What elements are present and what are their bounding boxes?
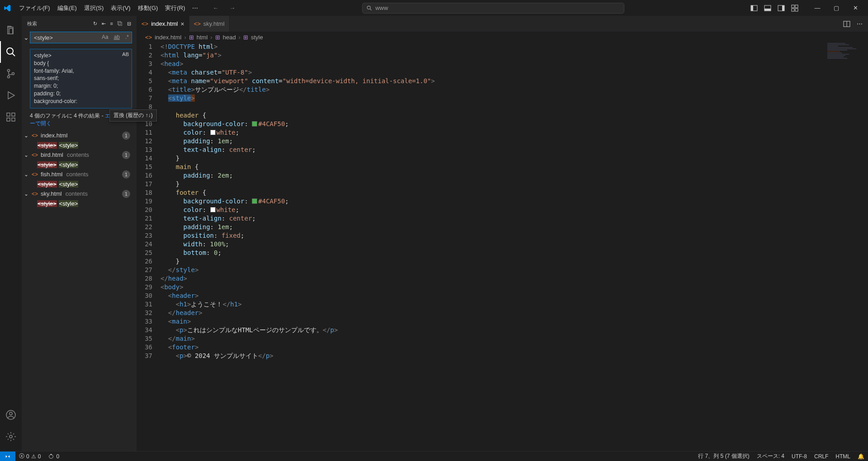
svg-rect-7: [782, 5, 784, 11]
svg-rect-19: [12, 118, 15, 121]
titlebar: ファイル(F) 編集(E) 選択(S) 表示(V) 移動(G) 実行(R) ⋯ …: [0, 0, 868, 16]
svg-point-12: [7, 48, 13, 54]
window-maximise[interactable]: ▢: [827, 1, 845, 15]
new-search-editor-icon[interactable]: ≡: [110, 21, 113, 27]
result-match[interactable]: <style> <style>: [22, 199, 137, 208]
results-list: ⌄<>index.html1<style> <style>⌄<>bird.htm…: [22, 129, 137, 451]
svg-point-0: [368, 6, 371, 9]
svg-rect-5: [764, 9, 771, 11]
activity-explorer[interactable]: [0, 19, 22, 41]
svg-rect-18: [7, 118, 10, 121]
result-match[interactable]: <style> <style>: [22, 160, 137, 169]
svg-rect-8: [792, 5, 794, 8]
command-center[interactable]: www: [362, 3, 624, 14]
svg-point-15: [7, 76, 9, 78]
result-match[interactable]: <style> <style>: [22, 141, 137, 150]
status-language[interactable]: HTML: [832, 452, 854, 461]
code-editor[interactable]: 1234567891011121314151617181920212223242…: [137, 42, 868, 451]
status-indent[interactable]: スペース: 4: [753, 452, 788, 461]
view-tree-icon[interactable]: ⿻: [118, 21, 123, 27]
search-sidebar: 検索 ↻ ⇤ ≡ ⿻ ⊟ ⌄ Aa ab .* ⋯ AB <style> bod…: [22, 16, 137, 451]
window-close[interactable]: ✕: [846, 1, 864, 15]
tab[interactable]: <>sky.html: [189, 16, 230, 32]
collapse-icon[interactable]: ⊟: [127, 21, 131, 27]
refresh-icon[interactable]: ↻: [93, 21, 97, 27]
activity-account[interactable]: [0, 404, 22, 426]
activity-bar: [0, 16, 22, 451]
status-ports[interactable]: 0: [44, 452, 63, 461]
result-match[interactable]: <style> <style>: [22, 180, 137, 188]
svg-point-14: [7, 70, 9, 72]
status-encoding[interactable]: UTF-8: [788, 452, 811, 461]
symbol-icon: ⊞: [215, 34, 220, 41]
menu-select[interactable]: 選択(S): [80, 2, 107, 14]
nav-back-icon[interactable]: ←: [211, 4, 220, 12]
toggle-replace-icon[interactable]: ⌄: [23, 33, 30, 42]
editor-area: <>index.html×<>sky.html ⋯ <> index.html …: [137, 16, 868, 451]
sidebar-title: 検索: [27, 20, 37, 27]
symbol-icon: ⊞: [243, 34, 248, 41]
remote-indicator[interactable]: [0, 452, 15, 461]
activity-scm[interactable]: [0, 63, 22, 85]
result-file[interactable]: ⌄<>sky.htmlcontents1: [22, 188, 137, 199]
clear-icon[interactable]: ⇤: [102, 21, 106, 27]
svg-rect-20: [12, 113, 15, 116]
svg-rect-10: [792, 9, 794, 11]
menu-edit[interactable]: 編集(E): [54, 2, 80, 14]
svg-point-23: [9, 435, 12, 438]
status-bar: ⓧ0 ⚠0 0 行 7、列 5 (7 個選択) スペース: 4 UTF-8 CR…: [0, 451, 868, 461]
split-editor-icon[interactable]: [843, 20, 850, 28]
breadcrumb[interactable]: <> index.html › ⊞ html › ⊞ head › ⊞ styl…: [137, 32, 868, 42]
command-center-text: www: [375, 5, 388, 11]
replace-preview-box[interactable]: AB <style> body { font-family: Arial,san…: [30, 49, 132, 108]
menu-go[interactable]: 移動(G): [134, 2, 162, 14]
svg-rect-9: [795, 5, 798, 8]
menu-file[interactable]: ファイル(F): [15, 2, 54, 14]
tab[interactable]: <>index.html×: [137, 16, 189, 32]
svg-point-16: [12, 73, 14, 75]
vscode-logo-icon: [4, 5, 11, 12]
menu-run[interactable]: 実行(R): [161, 2, 189, 14]
tabs: <>index.html×<>sky.html ⋯: [137, 16, 868, 32]
replace-tooltip: 置換 (履歴の ↑↓): [109, 109, 157, 122]
svg-point-27: [51, 454, 52, 455]
window-minimise[interactable]: —: [808, 1, 826, 15]
symbol-icon: ⊞: [189, 34, 194, 41]
layout-sidebar-right-icon[interactable]: [777, 4, 786, 13]
svg-line-13: [12, 53, 15, 56]
layout-sidebar-left-icon[interactable]: [750, 4, 759, 13]
activity-debug[interactable]: [0, 85, 22, 106]
match-word-icon[interactable]: ab: [113, 33, 121, 41]
regex-icon[interactable]: .*: [124, 33, 130, 41]
activity-extensions[interactable]: [0, 106, 22, 128]
svg-rect-11: [795, 9, 798, 11]
tab-close-icon[interactable]: ×: [180, 20, 184, 28]
search-icon: [366, 5, 373, 11]
file-icon: <>: [145, 34, 152, 41]
result-file[interactable]: ⌄<>fish.htmlcontents1: [22, 169, 137, 180]
result-file[interactable]: ⌄<>bird.htmlcontents1: [22, 150, 137, 160]
menu-more[interactable]: ⋯: [189, 3, 202, 13]
status-cursor[interactable]: 行 7、列 5 (7 個選択): [694, 452, 753, 461]
activity-settings[interactable]: [0, 426, 22, 447]
status-eol[interactable]: CRLF: [811, 452, 832, 461]
match-case-icon[interactable]: Aa: [100, 33, 110, 41]
status-notifications-icon[interactable]: 🔔: [854, 452, 868, 461]
result-file[interactable]: ⌄<>index.html1: [22, 130, 137, 141]
editor-more-icon[interactable]: ⋯: [857, 20, 863, 27]
preserve-case-icon[interactable]: AB: [122, 51, 129, 58]
svg-line-1: [370, 9, 372, 10]
layout-customise-icon[interactable]: [790, 4, 799, 13]
svg-rect-3: [751, 5, 753, 11]
svg-rect-17: [7, 113, 10, 116]
menu-view[interactable]: 表示(V): [107, 2, 134, 14]
nav-forward-icon[interactable]: →: [227, 4, 237, 12]
status-problems[interactable]: ⓧ0 ⚠0: [15, 452, 44, 461]
activity-search[interactable]: [0, 41, 22, 63]
layout-panel-icon[interactable]: [763, 4, 772, 13]
svg-point-22: [9, 412, 12, 415]
